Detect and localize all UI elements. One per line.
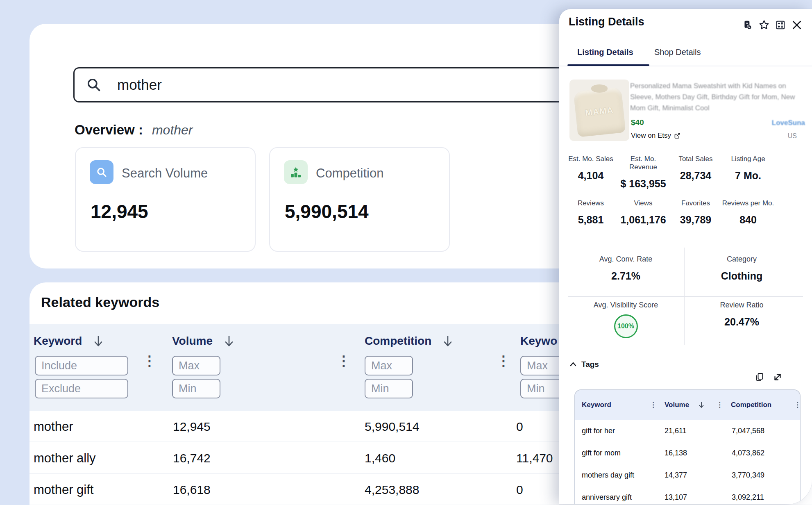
- calculator-icon[interactable]: [774, 19, 787, 31]
- search-volume-label: Search Volume: [122, 166, 208, 181]
- quadrant-divider-horizontal: [568, 296, 803, 297]
- tags-col-volume[interactable]: Volume: [665, 390, 689, 420]
- competition-card: Competition 5,990,514: [269, 147, 450, 252]
- panel-title: Listing Details: [569, 16, 644, 28]
- column-menu-icon[interactable]: ⋮: [497, 353, 510, 369]
- sort-desc-icon[interactable]: [223, 334, 235, 348]
- views-value: 1,061,176: [617, 214, 669, 226]
- volume-max-input[interactable]: [172, 356, 220, 375]
- copy-icon[interactable]: [754, 371, 765, 383]
- shop-country: US: [723, 132, 797, 140]
- tags-actions: [754, 371, 783, 383]
- column-header-volume[interactable]: Volume: [172, 334, 235, 348]
- listing-video-icon[interactable]: [742, 19, 754, 31]
- search-volume-card: Search Volume 12,945: [75, 147, 256, 252]
- total-sales-value: 28,734: [669, 170, 722, 182]
- active-tab-underline: [567, 64, 649, 66]
- listing-age-value: 7 Mo.: [722, 170, 774, 182]
- competition-value: 5,990,514: [285, 200, 369, 223]
- sort-desc-icon[interactable]: [698, 401, 705, 409]
- est-mo-sales-value: 4,104: [565, 170, 617, 182]
- external-link-icon: [674, 132, 680, 139]
- expand-icon[interactable]: [772, 371, 783, 383]
- column-menu-icon[interactable]: ⋮: [716, 390, 723, 420]
- sort-desc-icon[interactable]: [442, 334, 454, 348]
- table-row[interactable]: mothers day gift 14,377 3,770,349: [575, 464, 800, 486]
- product-price: $40: [631, 118, 644, 127]
- favorites-value: 39,789: [669, 214, 722, 226]
- close-icon[interactable]: [791, 19, 803, 31]
- review-ratio-cell: Review Ratio 20.47%: [684, 301, 800, 328]
- tags-table-header: Keyword ⋮ Volume ⋮ Competition ⋮: [575, 390, 800, 420]
- column-menu-icon[interactable]: ⋮: [794, 390, 801, 420]
- listing-details-panel: Listing Details Listing Details Shop Det…: [559, 9, 812, 504]
- tags-section-toggle[interactable]: Tags: [569, 360, 599, 369]
- column-header-keyword[interactable]: Keyword: [34, 334, 104, 348]
- avg-visibility-score-cell: Avg. Visibility Score 100%: [568, 301, 684, 338]
- reviews-per-mo-value: 840: [722, 214, 774, 226]
- competition-min-input[interactable]: [365, 379, 413, 398]
- tags-col-keyword[interactable]: Keyword: [582, 390, 611, 420]
- listing-stats-row-1: Est. Mo. Sales4,104 Est. Mo. Revenue$ 16…: [565, 155, 774, 190]
- search-input[interactable]: [117, 77, 568, 93]
- overview-heading: Overview :mother: [75, 122, 193, 138]
- column-header-keyword-sales[interactable]: Keywo: [520, 334, 557, 348]
- avg-conv-rate-cell: Avg. Conv. Rate 2.71%: [568, 255, 684, 282]
- column-menu-icon[interactable]: ⋮: [650, 390, 657, 420]
- listing-stats-row-2: Reviews5,881 Views1,061,176 Favorites39,…: [565, 199, 774, 226]
- competition-podium-icon: [284, 160, 308, 184]
- search-volume-icon: [90, 160, 113, 184]
- reviews-value: 5,881: [565, 214, 617, 226]
- tags-table: Keyword ⋮ Volume ⋮ Competition ⋮ gift fo…: [574, 389, 801, 504]
- chevron-up-icon: [569, 360, 577, 369]
- related-keywords-title: Related keywords: [41, 294, 159, 310]
- tags-col-competition[interactable]: Competition: [731, 390, 771, 420]
- column-menu-icon[interactable]: ⋮: [143, 353, 157, 369]
- table-row[interactable]: gift for mom 16,138 4,073,862: [575, 442, 800, 464]
- view-on-etsy-link[interactable]: View on Etsy: [631, 132, 680, 140]
- shop-name-link[interactable]: LoveSuna: [694, 119, 805, 127]
- table-row[interactable]: anniversary gift 13,107 3,092,211: [575, 486, 800, 504]
- volume-min-input[interactable]: [172, 379, 220, 398]
- search-volume-value: 12,945: [91, 200, 148, 223]
- competition-label: Competition: [316, 166, 383, 181]
- panel-actions: [742, 19, 803, 31]
- keyword-exclude-input[interactable]: [35, 379, 128, 398]
- tab-listing-details[interactable]: Listing Details: [577, 48, 633, 57]
- tab-shop-details[interactable]: Shop Details: [654, 48, 701, 57]
- product-title: Personalized Mama Sweatshirt with Kid Na…: [630, 80, 807, 115]
- category-cell: Category Clothing: [684, 255, 800, 282]
- column-header-competition[interactable]: Competition: [365, 334, 454, 348]
- competition-max-input[interactable]: [365, 356, 413, 375]
- keyword-include-input[interactable]: [35, 356, 128, 375]
- app-window: Overview :mother Search Volume 12,945 Co…: [0, 0, 812, 505]
- column-menu-icon[interactable]: ⋮: [337, 353, 351, 369]
- search-icon: [86, 77, 102, 93]
- favorite-star-icon[interactable]: [758, 19, 770, 31]
- table-row[interactable]: gift for her 21,611 7,047,568: [575, 420, 800, 442]
- product-image[interactable]: MAMA: [569, 80, 629, 141]
- est-mo-revenue-value: $ 163,955: [617, 178, 669, 190]
- visibility-score-badge: 100%: [614, 314, 638, 338]
- overview-label: Overview :: [75, 122, 143, 137]
- overview-term: mother: [152, 123, 193, 137]
- sort-desc-icon[interactable]: [93, 334, 104, 348]
